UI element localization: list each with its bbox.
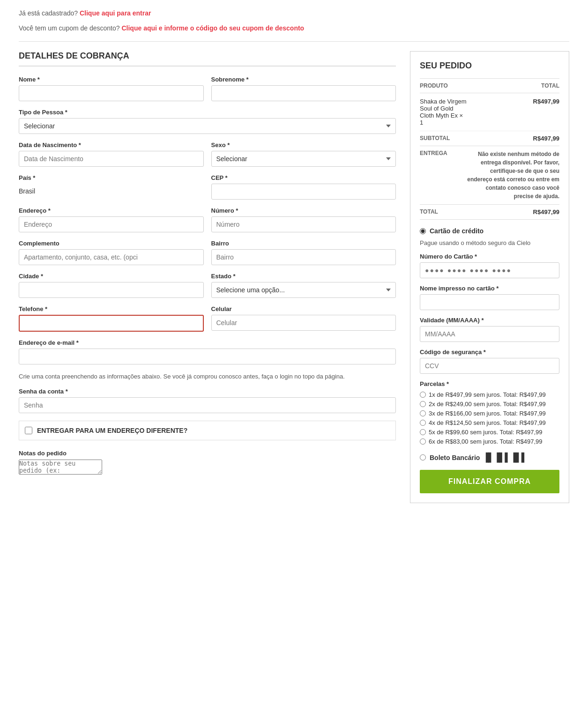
endereco-label: Endereço * [19,207,204,214]
email-input[interactable] [19,349,396,364]
sobrenome-group: Sobrenome * [211,76,396,101]
cidade-input[interactable] [19,282,204,298]
deliver-different-container: ENTREGAR PARA UM ENDEREÇO DIFERENTE? [19,421,396,440]
card-name-group: Nome impresso no cartão * [420,285,559,310]
notes-section: Notas do pedido [19,450,396,476]
parcela-label-4[interactable]: 4x de R$124,50 sem juros. Total: R$497,9… [429,419,546,426]
parcela-radio-1[interactable] [420,392,426,398]
parcela-radio-3[interactable] [420,410,426,416]
finalizar-button[interactable]: FINALIZAR COMPRA [420,470,559,493]
tipo-pessoa-group: Tipo de Pessoa * Selecionar [19,109,396,134]
credit-card-radio[interactable] [420,228,426,234]
celular-group: Celular [211,305,396,332]
data-nasc-input[interactable] [19,151,204,167]
parcela-label-3[interactable]: 3x de R$166,00 sem juros. Total: R$497,9… [429,410,546,417]
notes-label: Notas do pedido [19,450,396,457]
order-title: SEU PEDIDO [420,61,559,71]
complemento-label: Complemento [19,240,204,247]
login-link[interactable]: Clique aqui para entrar [80,9,151,17]
email-group: Endereço de e-mail * [19,339,396,364]
parcela-option: 4x de R$124,50 sem juros. Total: R$497,9… [420,419,559,426]
nome-group: Nome * [19,76,204,101]
total-row: TOTAL R$497,99 [420,205,559,220]
subtotal-value: R$497,99 [467,131,559,146]
credit-card-label[interactable]: Cartão de crédito [430,227,484,235]
subtotal-label: SUBTOTAL [420,131,467,146]
cep-group: CEP * [211,174,396,200]
bairro-input[interactable] [211,249,396,265]
sobrenome-input[interactable] [211,85,396,101]
col-total: TOTAL [467,79,559,93]
col-product: PRODUTO [420,79,467,93]
delivery-note: Não existe nenhum método de entrega disp… [467,146,559,205]
cidade-label: Cidade * [19,273,204,280]
already-registered-text: Já está cadastrado? [19,9,78,17]
bairro-label: Bairro [211,240,396,247]
deliver-different-label[interactable]: ENTREGAR PARA UM ENDEREÇO DIFERENTE? [37,427,187,434]
senha-input[interactable] [19,397,396,413]
card-number-input[interactable] [420,262,559,278]
boleto-radio[interactable] [420,454,426,460]
product-name: Shaka de Virgem Soul of Gold Cloth Myth … [420,93,467,131]
deliver-different-checkbox[interactable] [25,427,32,434]
validade-input[interactable] [420,326,559,342]
senha-label: Senha da conta * [19,388,396,395]
pais-value: Brasil [19,184,204,199]
card-name-input[interactable] [420,294,559,310]
parcela-label-1[interactable]: 1x de R$497,99 sem juros. Total: R$497,9… [429,391,546,398]
parcela-radio-2[interactable] [420,401,426,407]
coupon-text: Você tem um cupom de desconto? [19,24,120,32]
cep-input[interactable] [211,184,396,200]
subtotal-row: SUBTOTAL R$497,99 [420,131,559,146]
data-nasc-group: Data de Nascimento * [19,141,204,167]
barcode-icon: ▐▌▐▌▌▐▌▌ [483,453,527,462]
email-label: Endereço de e-mail * [19,339,396,346]
telefone-label: Telefone * [19,305,204,312]
tipo-pessoa-label: Tipo de Pessoa * [19,109,396,116]
parcela-radio-5[interactable] [420,429,426,435]
parcela-label-6[interactable]: 6x de R$83,00 sem juros. Total: R$497,99 [429,438,543,445]
parcela-option: 2x de R$249,00 sem juros. Total: R$497,9… [420,401,559,408]
order-table: PRODUTO TOTAL Shaka de Virgem Soul of Go… [420,78,559,220]
cep-label: CEP * [211,174,396,181]
nome-input[interactable] [19,85,204,101]
sobrenome-label: Sobrenome * [211,76,396,83]
parcela-label-5[interactable]: 5x de R$99,60 sem juros. Total: R$497,99 [429,429,543,436]
endereco-input[interactable] [19,216,204,232]
endereco-group: Endereço * [19,207,204,232]
card-number-label: Número do Cartão * [420,253,559,260]
cvv-label: Código de segurança * [420,349,559,356]
senha-group: Senha da conta * [19,388,396,413]
nome-label: Nome * [19,76,204,83]
telefone-group: Telefone * [19,305,204,332]
boleto-option: Boleto Bancário ▐▌▐▌▌▐▌▌ [420,453,559,462]
estado-label: Estado * [211,273,396,280]
parcela-radio-4[interactable] [420,420,426,426]
celular-input[interactable] [211,315,396,331]
product-price: R$497,99 [467,93,559,131]
parcela-label-2[interactable]: 2x de R$249,00 sem juros. Total: R$497,9… [429,401,546,408]
cvv-input[interactable] [420,358,559,374]
parcelas-label: Parcelas * [420,380,559,387]
tipo-pessoa-select[interactable]: Selecionar [19,118,396,134]
sexo-select[interactable]: Selecionar [211,151,396,167]
estado-select[interactable]: Selecione uma opção... [211,282,396,298]
validade-label: Validade (MM/AAAA) * [420,317,559,324]
telefone-input[interactable] [19,315,204,332]
card-name-label: Nome impresso no cartão * [420,285,559,292]
coupon-link[interactable]: Clique aqui e informe o código do seu cu… [121,24,304,32]
numero-group: Número * [211,207,396,232]
numero-input[interactable] [211,216,396,232]
complemento-group: Complemento [19,240,204,265]
complemento-input[interactable] [19,249,204,265]
notes-textarea[interactable] [19,460,102,475]
parcela-radio-6[interactable] [420,438,426,445]
create-account-note: Crie uma conta preenchendo as informaçõe… [19,372,396,381]
total-label: TOTAL [420,205,467,220]
parcela-option: 1x de R$497,99 sem juros. Total: R$497,9… [420,391,559,398]
sexo-label: Sexo * [211,141,396,148]
cielo-note: Pague usando o método seguro da Cielo [420,239,559,246]
boleto-label[interactable]: Boleto Bancário ▐▌▐▌▌▐▌▌ [430,453,527,462]
cvv-group: Código de segurança * [420,349,559,374]
top-bar: Já está cadastrado? Clique aqui para ent… [19,9,569,17]
